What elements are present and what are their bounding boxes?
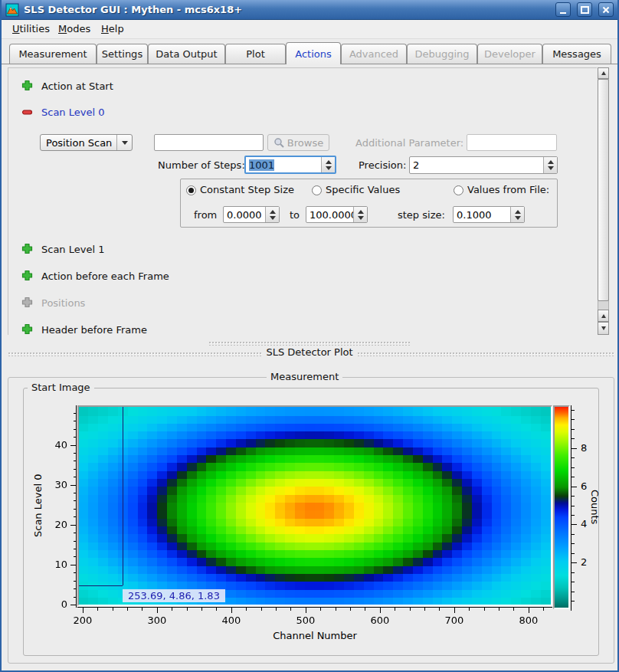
axis-tick <box>469 608 470 611</box>
axis-tick-label: 700 <box>439 615 470 627</box>
axis-tick <box>572 487 577 487</box>
axis-tick <box>543 608 544 611</box>
axis-tick <box>513 608 514 611</box>
axis-tick <box>74 461 77 461</box>
axis-tick <box>484 608 485 611</box>
axis-tick-label: 10 <box>43 559 67 571</box>
axis-tick <box>74 516 77 517</box>
axis-tick <box>439 608 440 611</box>
axis-tick <box>261 608 262 611</box>
axis-tick-label: 8 <box>581 442 599 454</box>
axis-tick <box>572 534 575 535</box>
axis-tick-label: 600 <box>365 615 395 627</box>
zoom-rect-right-edge <box>123 407 123 585</box>
axis-tick <box>572 438 575 439</box>
axis-tick <box>572 448 577 449</box>
axis-tick <box>74 533 77 533</box>
axis-tick <box>572 477 575 477</box>
axis-tick <box>70 525 77 526</box>
y-axis-line <box>76 405 77 608</box>
axis-tick <box>320 608 321 611</box>
axis-tick <box>74 421 77 421</box>
axis-tick-label: 300 <box>142 615 172 627</box>
axis-tick <box>572 543 575 544</box>
application-window: SLS Detector GUI : Mythen - mcs6x18+ Uti… <box>0 0 619 672</box>
axis-tick <box>83 608 84 613</box>
axis-tick-label: 500 <box>290 615 321 627</box>
heatmap-canvas[interactable] <box>79 407 551 605</box>
axis-tick <box>424 608 425 611</box>
axis-tick <box>380 608 381 613</box>
axis-tick <box>187 608 188 611</box>
axis-tick <box>572 506 575 506</box>
axis-tick <box>74 453 77 454</box>
axis-tick-label: 800 <box>513 615 544 627</box>
axis-tick <box>572 515 575 516</box>
axis-tick <box>74 500 77 501</box>
axis-tick <box>231 608 232 613</box>
axis-tick <box>572 524 577 525</box>
plot-area: Scan Level 0 Channel Number Counts 253.6… <box>2 0 619 672</box>
tab-actions[interactable]: Actions <box>286 42 341 64</box>
axis-tick <box>276 608 277 611</box>
axis-tick-label: 200 <box>67 615 98 627</box>
axis-tick <box>572 467 575 468</box>
axis-tick <box>336 608 336 611</box>
axis-tick-label: 0 <box>43 598 67 611</box>
zoom-rect-bottom-edge <box>79 585 123 586</box>
axis-tick <box>97 608 98 611</box>
axis-tick <box>246 608 247 611</box>
axis-tick-label: 20 <box>43 519 67 531</box>
axis-tick <box>74 572 77 573</box>
axis-tick <box>74 581 77 582</box>
axis-tick <box>74 469 77 470</box>
axis-tick <box>572 496 575 497</box>
cursor-position-readout: 253.69, 4.86, 1.83 <box>123 589 225 602</box>
axis-tick <box>70 605 77 605</box>
axis-tick <box>142 608 142 611</box>
tab-label: Actions <box>295 48 332 60</box>
axis-tick <box>410 608 411 611</box>
axis-tick-label: 6 <box>581 480 599 493</box>
axis-tick <box>572 572 575 573</box>
axis-tick <box>395 608 395 611</box>
axis-tick <box>74 509 77 510</box>
axis-tick <box>70 445 77 446</box>
axis-tick <box>306 608 306 613</box>
axis-tick <box>113 608 113 611</box>
axis-tick <box>572 419 575 420</box>
axis-tick <box>74 549 77 549</box>
axis-tick <box>172 608 172 611</box>
axis-tick <box>70 565 77 565</box>
axis-tick <box>350 608 351 611</box>
x-axis-line <box>77 607 552 608</box>
axis-tick <box>74 493 77 493</box>
axis-tick-label: 40 <box>43 439 67 451</box>
axis-tick <box>454 608 455 613</box>
axis-tick <box>572 429 575 430</box>
axis-tick <box>74 541 77 542</box>
axis-tick <box>74 597 77 598</box>
axis-tick <box>74 477 77 477</box>
axis-tick <box>216 608 217 611</box>
axis-tick-label: 4 <box>581 518 599 530</box>
axis-tick <box>572 410 575 411</box>
axis-tick <box>74 588 77 589</box>
axis-tick <box>157 608 158 613</box>
axis-tick-label: 2 <box>581 556 599 569</box>
colorbar-axis-line <box>571 405 572 611</box>
axis-tick <box>572 562 577 563</box>
axis-tick <box>365 608 365 611</box>
axis-tick <box>572 601 575 602</box>
axis-tick <box>499 608 499 611</box>
axis-tick <box>74 429 77 430</box>
axis-tick <box>572 457 575 458</box>
axis-tick <box>70 485 77 486</box>
axis-tick <box>201 608 202 611</box>
axis-tick-label: 30 <box>43 479 67 491</box>
axis-tick <box>74 413 77 414</box>
axis-tick <box>572 592 575 592</box>
axis-tick <box>74 437 77 438</box>
axis-tick <box>74 556 77 557</box>
axis-tick <box>572 553 575 554</box>
